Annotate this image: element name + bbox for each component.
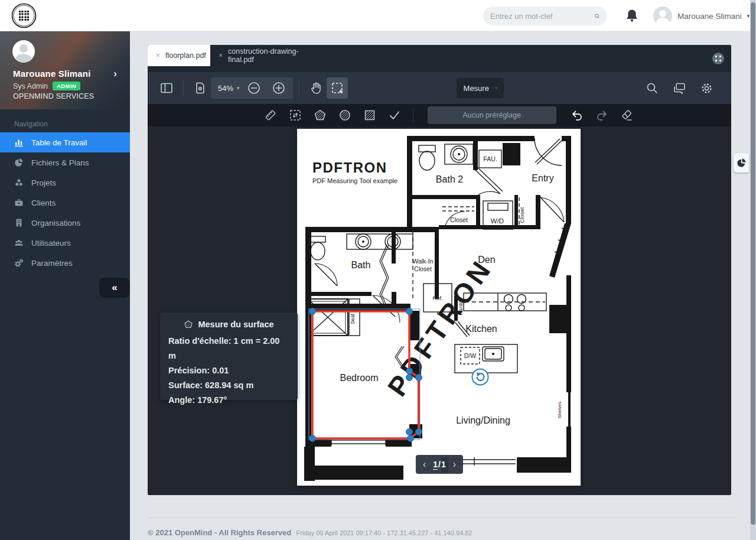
search-icon[interactable] bbox=[594, 12, 600, 21]
sidebar-item-organisations[interactable]: Organisations bbox=[0, 213, 130, 233]
previous-page-button[interactable]: ‹ bbox=[423, 460, 426, 469]
room-label-bath2: Bath 2 bbox=[436, 174, 463, 184]
settings-button[interactable] bbox=[696, 77, 717, 99]
page-settings-icon bbox=[195, 82, 206, 94]
copyright-text: © 2021 OpenMind - All Rights Reserved bbox=[148, 528, 291, 537]
rotate-handle[interactable] bbox=[472, 369, 488, 385]
count-tool-button[interactable] bbox=[384, 106, 405, 124]
gear-icon bbox=[700, 82, 713, 95]
comments-panel-button[interactable] bbox=[669, 77, 690, 99]
pan-tool-button[interactable] bbox=[305, 77, 327, 99]
hatched-pentagon-icon bbox=[184, 320, 193, 329]
redo-button[interactable] bbox=[592, 106, 612, 124]
area-measure-polygon-button[interactable] bbox=[310, 106, 330, 124]
fullscreen-button[interactable] bbox=[712, 53, 724, 64]
toolbar-separator bbox=[183, 80, 184, 96]
sidebar-item-fichiers-plans[interactable]: Fichiers & Plans bbox=[0, 152, 130, 173]
user-menu[interactable]: Marouane Slimani ▾ bbox=[653, 5, 750, 27]
pdftron-tagline: PDF Measuring Tool example bbox=[312, 177, 397, 184]
scrollbar-thumb[interactable] bbox=[751, 2, 755, 525]
eraser-button[interactable] bbox=[617, 106, 637, 124]
room-label-bath: Bath bbox=[351, 260, 371, 270]
perimeter-measure-button[interactable] bbox=[285, 106, 305, 124]
sidebar-item-table-de-travail[interactable]: Table de Travail bbox=[0, 132, 130, 152]
close-icon[interactable]: × bbox=[219, 51, 223, 60]
room-label-bedroom: Bedroom bbox=[340, 373, 379, 383]
undo-button[interactable] bbox=[567, 106, 587, 124]
preset-button[interactable]: Aucun préréglage bbox=[428, 106, 556, 124]
marquee-zoom-tool-button[interactable] bbox=[327, 77, 348, 99]
search-icon bbox=[646, 82, 658, 94]
room-label-dw: D/W bbox=[464, 352, 477, 359]
expand-icon bbox=[715, 56, 721, 61]
minus-circle-icon bbox=[247, 82, 260, 95]
sidebar-item-label: Table de Travail bbox=[31, 138, 87, 147]
sidebar-item-clients[interactable]: Clients bbox=[0, 193, 130, 213]
search-input[interactable] bbox=[490, 12, 594, 21]
zoom-out-button[interactable] bbox=[243, 77, 265, 99]
sidebar-item-projets[interactable]: Projets bbox=[0, 173, 130, 193]
left-panel-toggle-button[interactable] bbox=[156, 77, 177, 99]
page-scrollbar[interactable] bbox=[750, 0, 756, 540]
sidebar-item-label: Clients bbox=[31, 199, 56, 207]
global-search bbox=[483, 6, 607, 25]
distance-measure-button[interactable] bbox=[260, 106, 281, 124]
close-icon[interactable]: × bbox=[156, 51, 160, 60]
room-label-kitchen: Kitchen bbox=[465, 324, 497, 334]
zoom-value: 54% bbox=[218, 84, 233, 93]
notifications-bell-icon[interactable] bbox=[625, 9, 638, 23]
measurement-toolbar: Aucun préréglage bbox=[148, 104, 731, 126]
room-label-closet-right: Closet bbox=[519, 207, 525, 223]
nav-section-label: Navigation bbox=[14, 120, 48, 128]
zoom-in-button[interactable] bbox=[268, 77, 289, 99]
room-label-wd: W/D bbox=[491, 217, 504, 225]
stats-panel-tab[interactable] bbox=[734, 153, 749, 173]
tooltip-title: Mesure du surface bbox=[198, 320, 273, 329]
profile-avatar[interactable] bbox=[12, 40, 35, 63]
tab-floorplan[interactable]: × floorplan.pdf bbox=[148, 45, 210, 66]
page-separator: / bbox=[438, 460, 441, 470]
hatched-pentagon-icon bbox=[314, 109, 327, 122]
toolbar-separator bbox=[299, 80, 299, 96]
tooltip-precision: Précision: 0.01 bbox=[168, 363, 289, 378]
room-label-seat: Seat bbox=[350, 314, 356, 324]
profile-role: Sys Admin bbox=[13, 82, 48, 90]
hatched-ellipse-icon bbox=[338, 109, 351, 122]
admin-badge: ADMIN bbox=[53, 82, 80, 90]
tab-construction-drawing[interactable]: × construction-drawing-final.pdf bbox=[210, 45, 331, 66]
toolbar-mode-select[interactable]: Mesure ▾ bbox=[457, 78, 504, 98]
sidebar-collapse-button[interactable]: « bbox=[99, 278, 130, 298]
ruler-icon bbox=[264, 109, 277, 122]
document-area[interactable]: PDFTRON PDF Measuring Tool example bbox=[148, 126, 731, 495]
briefcase-icon bbox=[14, 198, 24, 207]
modules-icon bbox=[14, 178, 24, 187]
room-label-entry: Entry bbox=[532, 173, 553, 183]
zoom-level-dropdown[interactable]: 54% ▾ bbox=[218, 84, 240, 93]
footer: © 2021 OpenMind - All Rights Reserved Fr… bbox=[148, 518, 737, 538]
chevron-down-icon: ▾ bbox=[237, 85, 240, 91]
pdftron-logo-text: PDFTRON bbox=[312, 160, 387, 175]
tooltip-angle: Angle: 179.67° bbox=[168, 393, 289, 408]
pdf-page[interactable]: PDFTRON PDF Measuring Tool example bbox=[297, 129, 581, 486]
area-measure-ellipse-button[interactable] bbox=[335, 106, 355, 124]
search-document-button[interactable] bbox=[641, 77, 663, 99]
panel-icon bbox=[161, 83, 172, 93]
toolbar-separator bbox=[413, 108, 413, 122]
area-measure-rectangle-button[interactable] bbox=[360, 106, 380, 124]
sidebar-item-parametres[interactable]: Paramètres bbox=[0, 253, 130, 273]
checkmark-icon bbox=[388, 109, 401, 122]
view-controls-button[interactable] bbox=[190, 77, 211, 99]
profile-chevron-icon[interactable]: › bbox=[113, 68, 117, 80]
zoom-controls: 54% ▾ bbox=[211, 77, 293, 99]
viewer-toolbar: 54% ▾ bbox=[148, 72, 731, 104]
room-label-fau: FAU. bbox=[483, 155, 497, 162]
room-label-walkin-2: Closet bbox=[414, 265, 432, 272]
app-logo[interactable] bbox=[11, 2, 37, 29]
current-page-input[interactable]: 1 bbox=[433, 460, 438, 470]
chevron-down-icon: ▾ bbox=[747, 13, 750, 19]
sidebar-item-utilisateurs[interactable]: Utilisateurs bbox=[0, 233, 130, 253]
pie-chart-icon bbox=[737, 158, 747, 168]
profile-name: Marouane Slimani bbox=[13, 69, 91, 79]
room-label-closet-top: Closet bbox=[450, 216, 468, 223]
next-page-button[interactable]: › bbox=[453, 460, 456, 469]
